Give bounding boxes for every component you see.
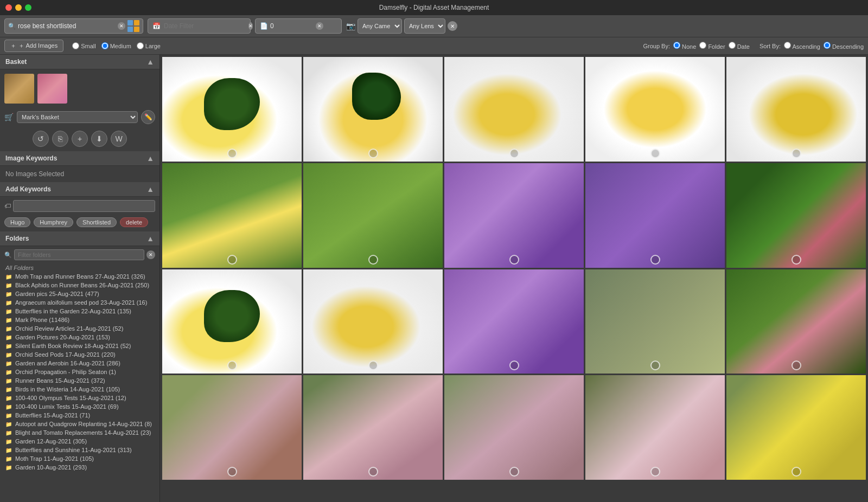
grid-select-circle-17[interactable]: [509, 467, 519, 477]
grid-item-8[interactable]: [585, 163, 725, 268]
basket-share-button[interactable]: W: [111, 131, 127, 147]
sort-asc-label[interactable]: Ascending: [784, 42, 820, 50]
grid-select-circle-19[interactable]: [792, 467, 801, 477]
sort-asc-radio[interactable]: [784, 42, 791, 49]
grid-item-4[interactable]: [726, 57, 866, 162]
search-clear-button[interactable]: ✕: [118, 22, 125, 30]
folder-item-7[interactable]: 📁Garden Pictures 20-Aug-2021 (153): [0, 333, 159, 342]
grid-select-circle-12[interactable]: [509, 361, 519, 370]
maximize-button[interactable]: [25, 4, 31, 11]
add-keywords-collapse[interactable]: ▲: [146, 185, 154, 194]
basket-thumb-2[interactable]: [37, 74, 67, 104]
grid-select-circle-9[interactable]: [792, 255, 801, 265]
grid-select-circle-3[interactable]: [650, 149, 660, 158]
grid-select-circle-8[interactable]: [650, 255, 660, 265]
grid-item-13[interactable]: [585, 269, 725, 374]
size-large-label[interactable]: Large: [137, 42, 161, 49]
group-date-label[interactable]: Date: [729, 42, 750, 50]
minimize-button[interactable]: [15, 4, 22, 11]
basket-edit-button[interactable]: ✏️: [141, 110, 155, 124]
grid-item-9[interactable]: [726, 163, 866, 268]
grid-item-15[interactable]: [162, 375, 302, 480]
basket-add-button[interactable]: +: [72, 131, 88, 147]
basket-select[interactable]: Mark's Basket: [17, 111, 138, 123]
folder-clear-button[interactable]: ✕: [146, 250, 155, 259]
grid-select-circle-16[interactable]: [368, 467, 378, 477]
lens-select[interactable]: Any Lens: [404, 18, 445, 34]
keyword-pill-hugo[interactable]: Hugo: [4, 217, 30, 227]
size-small-label[interactable]: Small: [72, 42, 96, 49]
folder-item-5[interactable]: 📁Mark Phone (11486): [0, 316, 159, 324]
grid-item-6[interactable]: [303, 163, 443, 268]
folder-item-3[interactable]: 📁Angraecum aloifolium seed pod 23-Aug-20…: [0, 298, 159, 307]
image-grid-container[interactable]: [160, 55, 868, 502]
group-none-label[interactable]: None: [673, 42, 696, 50]
folder-item-10[interactable]: 📁Garden and Aerobin 16-Aug-2021 (286): [0, 359, 159, 368]
folder-item-1[interactable]: 📁Black Aphids on Runner Beans 26-Aug-202…: [0, 281, 159, 289]
keyword-input[interactable]: [13, 200, 155, 212]
grid-select-circle-14[interactable]: [792, 361, 801, 370]
num-clear-button[interactable]: ✕: [316, 22, 323, 30]
folder-item-13[interactable]: 📁Birds in the Wisteria 14-Aug-2021 (105): [0, 385, 159, 394]
grid-select-circle-5[interactable]: [227, 255, 237, 265]
group-date-radio[interactable]: [729, 42, 736, 49]
grid-item-19[interactable]: [726, 375, 866, 480]
cam-clear-button[interactable]: ✕: [448, 21, 457, 31]
folder-item-11[interactable]: 📁Orchid Propagation - Philip Seaton (1): [0, 368, 159, 376]
camera-select[interactable]: Any Came: [358, 18, 402, 34]
folder-item-12[interactable]: 📁Runner Beans 15-Aug-2021 (372): [0, 376, 159, 385]
grid-select-circle-0[interactable]: [227, 149, 237, 158]
keyword-pill-shortlisted[interactable]: Shortlisted: [76, 217, 117, 227]
basket-collapse-button[interactable]: ▲: [146, 57, 154, 66]
grid-select-circle-4[interactable]: [792, 149, 801, 158]
folder-item-8[interactable]: 📁Silent Earth Book Review 18-Aug-2021 (5…: [0, 342, 159, 350]
grid-item-5[interactable]: [162, 163, 302, 268]
grid-select-circle-6[interactable]: [368, 255, 378, 265]
folder-search-input[interactable]: [14, 249, 144, 260]
grid-select-circle-11[interactable]: [368, 361, 378, 370]
folder-item-15[interactable]: 📁100-400 Lumix Tests 15-Aug-2021 (69): [0, 402, 159, 411]
keyword-pill-delete[interactable]: delete: [120, 217, 148, 227]
size-medium-radio[interactable]: [101, 42, 108, 49]
grid-select-circle-2[interactable]: [509, 149, 519, 158]
grid-item-11[interactable]: [303, 269, 443, 374]
folder-item-14[interactable]: 📁100-400 Olympus Tests 15-Aug-2021 (12): [0, 394, 159, 402]
folder-item-22[interactable]: 📁Garden 10-Aug-2021 (293): [0, 463, 159, 472]
keyword-pill-humphrey[interactable]: Humphrey: [34, 217, 73, 227]
grid-select-circle-10[interactable]: [227, 361, 237, 370]
grid-select-circle-15[interactable]: [227, 467, 237, 477]
size-small-radio[interactable]: [72, 42, 79, 49]
grid-item-2[interactable]: [444, 57, 584, 162]
grid-item-3[interactable]: [585, 57, 725, 162]
grid-item-17[interactable]: [444, 375, 584, 480]
group-folder-label[interactable]: Folder: [699, 42, 725, 50]
grid-item-7[interactable]: [444, 163, 584, 268]
grid-select-circle-7[interactable]: [509, 255, 519, 265]
folder-item-2[interactable]: 📁Garden pics 25-Aug-2021 (477): [0, 289, 159, 298]
sort-desc-label[interactable]: Descending: [824, 42, 864, 50]
grid-item-10[interactable]: [162, 269, 302, 374]
folder-item-16[interactable]: 📁Butterflies 15-Aug-2021 (71): [0, 411, 159, 420]
basket-reset-button[interactable]: ↺: [33, 131, 49, 147]
grid-item-12[interactable]: [444, 269, 584, 374]
folder-item-all[interactable]: All Folders: [0, 263, 159, 272]
sort-desc-radio[interactable]: [824, 42, 831, 49]
add-images-button[interactable]: ＋ ＋ Add Images: [4, 40, 63, 52]
folder-item-9[interactable]: 📁Orchid Seed Pods 17-Aug-2021 (220): [0, 350, 159, 359]
close-button[interactable]: [5, 4, 12, 11]
group-none-radio[interactable]: [673, 42, 680, 49]
folder-item-20[interactable]: 📁Butterflies and Sunshine 11-Aug-2021 (3…: [0, 446, 159, 454]
grid-select-circle-13[interactable]: [650, 361, 660, 370]
image-keywords-collapse[interactable]: ▲: [146, 154, 154, 163]
basket-thumb-1[interactable]: [4, 74, 34, 104]
size-large-radio[interactable]: [137, 42, 144, 49]
basket-download-button[interactable]: ⬇: [91, 131, 107, 147]
grid-item-16[interactable]: [303, 375, 443, 480]
folder-item-21[interactable]: 📁Moth Trap 11-Aug-2021 (105): [0, 454, 159, 463]
basket-copy-button[interactable]: ⎘: [52, 131, 68, 147]
size-medium-label[interactable]: Medium: [101, 42, 131, 49]
grid-item-1[interactable]: [303, 57, 443, 162]
folder-item-6[interactable]: 📁Orchid Review Articles 21-Aug-2021 (52): [0, 324, 159, 333]
group-folder-radio[interactable]: [699, 42, 706, 49]
folder-item-19[interactable]: 📁Garden 12-Aug-2021 (305): [0, 437, 159, 446]
